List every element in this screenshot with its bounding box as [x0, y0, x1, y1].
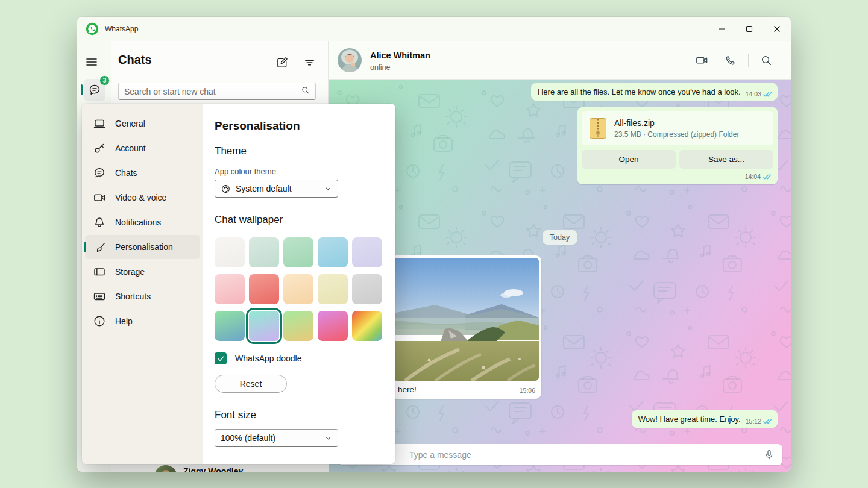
compose-icon — [276, 56, 289, 69]
storage-icon — [93, 265, 106, 278]
font-size-heading: Font size — [215, 409, 383, 421]
wallpaper-swatch-12[interactable] — [249, 311, 279, 341]
nav-label: Notifications — [115, 217, 161, 227]
palette-icon — [221, 184, 231, 194]
new-chat-button[interactable] — [276, 56, 289, 69]
wallpaper-swatch-13[interactable] — [283, 311, 313, 341]
settings-nav-personalisation[interactable]: Personalisation — [85, 235, 200, 259]
nav-label: Personalisation — [115, 242, 173, 252]
settings-nav-shortcuts[interactable]: Shortcuts — [85, 284, 200, 308]
message-time: 14:04 — [745, 173, 761, 180]
reset-wallpaper-button[interactable]: Reset — [215, 375, 287, 393]
filter-chats-button[interactable] — [303, 56, 316, 69]
message-file: All-files.zip 23.5 MB · Compressed (zipp… — [577, 107, 778, 184]
wallpaper-swatch-10[interactable] — [352, 274, 382, 304]
close-icon — [773, 25, 781, 33]
wallpaper-swatch-2[interactable] — [249, 237, 279, 267]
chat-search-box — [118, 83, 316, 100]
settings-nav-help[interactable]: Help — [85, 309, 200, 333]
video-icon — [93, 191, 106, 204]
theme-value: System default — [236, 184, 319, 193]
search-input[interactable] — [124, 87, 301, 96]
maximize-icon — [746, 25, 753, 33]
chat-wallpaper-heading: Chat wallpaper — [215, 214, 383, 226]
file-name: All-files.zip — [614, 118, 739, 128]
desktop: { "window": { "app_title": "WhatsApp" },… — [0, 0, 868, 488]
app-colour-theme-label: App colour theme — [215, 167, 383, 176]
voice-record-button[interactable] — [763, 449, 775, 461]
maximize-button[interactable] — [735, 17, 763, 41]
message-input[interactable] — [409, 450, 763, 460]
message-text: Here are all the files. Let me know once… — [538, 87, 741, 96]
chat-name: Ziggy Woodley — [183, 466, 243, 472]
titlebar: WhatsApp — [77, 17, 791, 41]
settings-flyout: General Account Chats Video & voice Noti… — [82, 104, 395, 464]
unread-badge: 3 — [99, 75, 110, 86]
font-size-dropdown[interactable]: 100% (default) — [215, 429, 338, 447]
video-call-icon — [695, 54, 708, 67]
theme-dropdown[interactable]: System default — [215, 180, 338, 198]
keyboard-icon — [93, 290, 106, 303]
wallpaper-swatch-8[interactable] — [283, 274, 313, 304]
read-ticks-icon — [763, 174, 772, 180]
bell-icon — [93, 216, 106, 229]
open-file-button[interactable]: Open — [582, 150, 676, 169]
panel-title: Personalisation — [215, 119, 383, 133]
wallpaper-swatch-11[interactable] — [215, 311, 245, 341]
settings-nav-chats[interactable]: Chats — [85, 161, 200, 185]
settings-nav-notifications[interactable]: Notifications — [85, 210, 200, 234]
voice-call-button[interactable] — [716, 54, 744, 67]
read-ticks-icon — [763, 91, 772, 98]
key-icon — [93, 142, 106, 155]
wallpaper-swatch-3[interactable] — [283, 237, 313, 267]
wallpaper-swatch-14[interactable] — [318, 311, 348, 341]
message-incoming-photo[interactable]: here! 15:06 — [391, 255, 541, 399]
window-controls — [708, 17, 791, 41]
message-outgoing-text: Here are all the files. Let me know once… — [531, 83, 778, 101]
info-icon — [93, 314, 106, 328]
file-card[interactable]: All-files.zip 23.5 MB · Compressed (zipp… — [582, 111, 773, 145]
conversation-header: Alice Whitman online — [329, 41, 791, 80]
whatsapp-window: WhatsApp 3 — [77, 17, 791, 472]
filter-icon — [303, 56, 316, 69]
photo-caption: here! — [398, 385, 417, 394]
menu-button[interactable] — [85, 55, 98, 69]
read-ticks-icon — [763, 418, 772, 425]
message-time: 14:03 — [746, 90, 761, 98]
active-section-indicator — [81, 84, 83, 95]
settings-nav-video-voice[interactable]: Video & voice — [85, 186, 200, 210]
wallpaper-swatch-7[interactable] — [249, 274, 279, 304]
wallpaper-swatch-5[interactable] — [352, 237, 382, 267]
settings-nav-account[interactable]: Account — [85, 136, 200, 160]
save-as-button[interactable]: Save as... — [679, 150, 773, 169]
font-size-value: 100% (default) — [221, 433, 319, 443]
phone-icon — [724, 54, 737, 67]
app-title: WhatsApp — [105, 25, 138, 33]
settings-nav-storage[interactable]: Storage — [85, 260, 200, 284]
nav-label: Video & voice — [115, 193, 166, 202]
minimize-button[interactable] — [708, 17, 735, 41]
message-time: 15:12 — [746, 418, 761, 425]
rail-chats-button[interactable]: 3 — [84, 79, 105, 101]
theme-heading: Theme — [215, 145, 383, 157]
wallpaper-swatch-6[interactable] — [215, 274, 245, 304]
video-call-button[interactable] — [687, 54, 716, 67]
personalisation-panel: Personalisation Theme App colour theme S… — [203, 104, 395, 464]
chat-icon — [93, 166, 106, 180]
chats-title: Chats — [118, 53, 152, 67]
settings-nav-general[interactable]: General — [85, 111, 200, 136]
whatsapp-logo-icon — [86, 22, 99, 36]
nav-label: Storage — [115, 267, 145, 277]
contact-avatar[interactable] — [338, 48, 362, 72]
whatsapp-doodle-checkbox[interactable] — [215, 352, 227, 364]
close-button[interactable] — [763, 17, 791, 41]
wallpaper-swatch-9[interactable] — [318, 274, 348, 304]
wallpaper-swatch-4[interactable] — [318, 237, 348, 267]
search-in-chat-button[interactable] — [752, 54, 780, 66]
photo-thumbnail — [393, 258, 539, 381]
nav-label: Account — [115, 143, 146, 153]
avatar — [154, 465, 177, 472]
wallpaper-swatch-1[interactable] — [215, 237, 245, 267]
wallpaper-swatch-15[interactable] — [352, 311, 382, 341]
chat-bubble-icon — [88, 83, 101, 96]
